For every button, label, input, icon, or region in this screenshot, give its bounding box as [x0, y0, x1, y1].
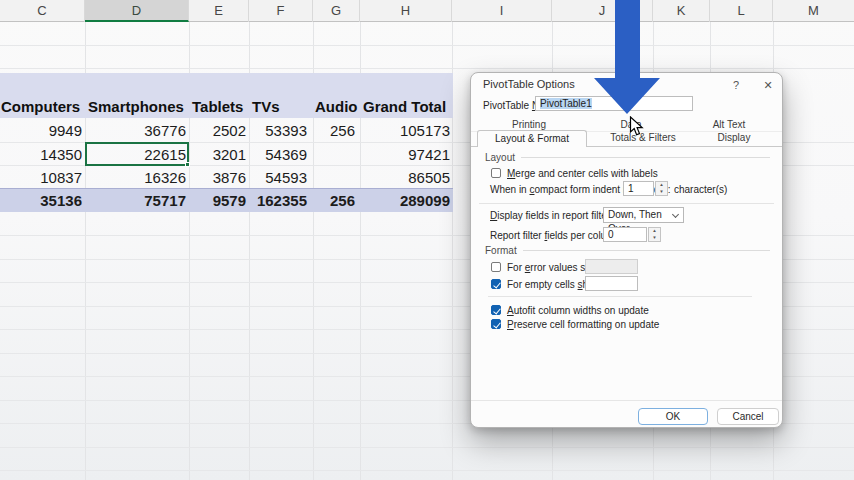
column-header-g[interactable]: G	[313, 0, 360, 22]
pivot-cell[interactable]: 256	[313, 119, 355, 142]
pivot-cell[interactable]: 3201	[189, 143, 246, 166]
pivot-column-header[interactable]: TVs	[252, 95, 312, 118]
pivot-column-header[interactable]: Audio	[315, 95, 359, 118]
pivot-cell[interactable]: 14350	[0, 143, 82, 166]
empty-cells-input[interactable]	[585, 276, 638, 291]
chevron-down-icon	[672, 211, 679, 218]
pivot-total-cell[interactable]: 256	[313, 189, 355, 212]
close-icon[interactable]: ✕	[759, 77, 777, 93]
tab-alt-text[interactable]: Alt Text	[683, 118, 775, 131]
format-group-rule	[523, 250, 770, 251]
pivot-total-cell[interactable]: 75717	[85, 189, 186, 212]
pivot-cell[interactable]: 36776	[85, 119, 186, 142]
footer-divider	[471, 400, 782, 401]
pivot-cell[interactable]	[313, 143, 355, 166]
column-header-l[interactable]: L	[710, 0, 773, 22]
pivot-total-cell[interactable]: 35136	[0, 189, 82, 212]
format-group-label: Format	[485, 245, 517, 256]
pivot-cell[interactable]: 54593	[249, 166, 307, 189]
preserve-formatting-label: Preserve cell formatting on update	[507, 319, 659, 330]
gridline	[0, 68, 854, 69]
pivot-cell[interactable]: 2502	[189, 119, 246, 142]
display-fields-dropdown[interactable]: Down, Then Over	[603, 207, 684, 223]
report-fields-spinner[interactable]: ▲▼	[648, 227, 661, 242]
pivot-cell[interactable]: 53393	[249, 119, 307, 142]
autofit-checkbox[interactable]	[491, 305, 501, 315]
pivottable-options-dialog: PivotTable Options ? ✕ PivotTable Name: …	[470, 72, 783, 428]
pivot-total-cell[interactable]: 289099	[360, 189, 450, 212]
layout-group-rule	[521, 157, 770, 158]
column-header-c[interactable]: C	[0, 0, 85, 22]
pivot-column-header[interactable]: Grand Total	[363, 95, 451, 118]
excel-sheet: C D E F G H I J K L M Computers Smartpho…	[0, 0, 854, 480]
merge-cells-label: Merge and center cells with labels	[507, 168, 658, 179]
column-header-h[interactable]: H	[360, 0, 452, 22]
pivot-total-cell[interactable]: 9579	[189, 189, 246, 212]
merge-cells-checkbox[interactable]	[491, 168, 501, 178]
column-header-f[interactable]: F	[249, 0, 313, 22]
preserve-formatting-checkbox[interactable]	[491, 319, 501, 329]
autofit-label: Autofit column widths on update	[507, 305, 649, 316]
pivot-total-cell[interactable]: 162355	[249, 189, 307, 212]
gridline	[0, 45, 854, 46]
pivot-cell[interactable]: 3876	[189, 166, 246, 189]
selected-cell-outline[interactable]	[85, 142, 189, 166]
gridline	[0, 447, 854, 448]
report-fields-input[interactable]: 0	[603, 227, 647, 242]
pivot-cell[interactable]: 9949	[0, 119, 82, 142]
column-header-m[interactable]: M	[773, 0, 854, 22]
pivot-cell[interactable]: 54369	[249, 143, 307, 166]
fill-handle[interactable]	[185, 162, 190, 167]
ok-button[interactable]: OK	[638, 408, 708, 425]
tab-display[interactable]: Display	[701, 131, 767, 145]
error-values-input	[585, 259, 638, 274]
section-divider	[488, 296, 752, 297]
pivot-cell[interactable]: 16326	[85, 166, 186, 189]
pivot-cell[interactable]: 105173	[360, 119, 450, 142]
pivot-cell[interactable]: 86505	[360, 166, 450, 189]
layout-group-label: Layout	[485, 152, 515, 163]
indent-input[interactable]: 1	[623, 181, 654, 196]
mouse-cursor-icon	[629, 116, 645, 142]
error-values-checkbox[interactable]	[491, 262, 501, 272]
cancel-button[interactable]: Cancel	[717, 408, 779, 425]
empty-cells-checkbox[interactable]	[491, 279, 501, 289]
gridline	[0, 470, 854, 471]
pivot-cell[interactable]: 10837	[0, 166, 82, 189]
indent-spinner[interactable]: ▲▼	[655, 181, 668, 196]
pivot-column-header[interactable]: Smartphones	[88, 95, 188, 118]
column-header-i[interactable]: I	[452, 0, 552, 22]
pivot-column-header[interactable]: Tablets	[192, 95, 248, 118]
indent-suffix-label: character(s)	[674, 184, 727, 195]
section-divider	[479, 203, 774, 204]
dialog-title: PivotTable Options	[483, 78, 575, 90]
pivot-column-header[interactable]: Computers	[1, 95, 84, 118]
help-icon[interactable]: ?	[727, 77, 745, 93]
selected-text: PivotTable1	[540, 98, 592, 109]
column-header-d[interactable]: D	[85, 0, 189, 22]
pivot-cell[interactable]	[313, 166, 355, 189]
column-header-strip: C D E F G H I J K L M	[0, 0, 854, 22]
column-header-k[interactable]: K	[653, 0, 710, 22]
tab-layout-and-format[interactable]: Layout & Format	[477, 130, 587, 147]
column-header-e[interactable]: E	[189, 0, 249, 22]
pivot-cell[interactable]: 97421	[360, 143, 450, 166]
